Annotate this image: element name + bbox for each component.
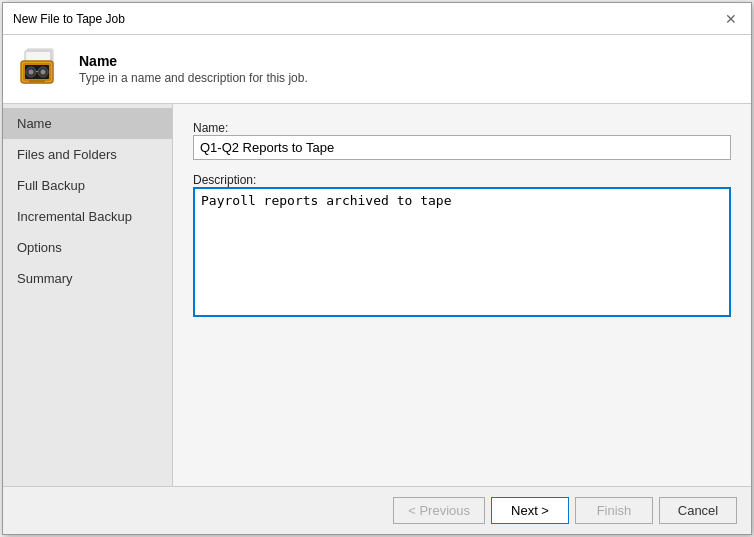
svg-point-8 bbox=[41, 70, 46, 75]
header-title: Name bbox=[79, 53, 308, 69]
dialog-title: New File to Tape Job bbox=[13, 12, 125, 26]
main-content: Name: Description: Payroll reports archi… bbox=[173, 104, 751, 486]
svg-rect-9 bbox=[29, 80, 45, 82]
sidebar-item-full-backup[interactable]: Full Backup bbox=[3, 170, 172, 201]
previous-button[interactable]: < Previous bbox=[393, 497, 485, 524]
description-textarea[interactable]: Payroll reports archived to tape bbox=[193, 187, 731, 317]
close-button[interactable]: ✕ bbox=[721, 9, 741, 29]
next-button[interactable]: Next > bbox=[491, 497, 569, 524]
sidebar-item-incremental-backup[interactable]: Incremental Backup bbox=[3, 201, 172, 232]
header-text: Name Type in a name and description for … bbox=[79, 53, 308, 85]
cancel-button[interactable]: Cancel bbox=[659, 497, 737, 524]
name-label: Name: bbox=[193, 121, 228, 135]
dialog: New File to Tape Job ✕ Name Type bbox=[2, 2, 752, 535]
footer-section: < Previous Next > Finish Cancel bbox=[3, 486, 751, 534]
header-subtitle: Type in a name and description for this … bbox=[79, 71, 308, 85]
title-bar: New File to Tape Job ✕ bbox=[3, 3, 751, 35]
sidebar-item-name[interactable]: Name bbox=[3, 108, 172, 139]
description-label: Description: bbox=[193, 173, 256, 187]
finish-button[interactable]: Finish bbox=[575, 497, 653, 524]
svg-point-6 bbox=[29, 70, 34, 75]
sidebar: Name Files and Folders Full Backup Incre… bbox=[3, 104, 173, 486]
header-section: Name Type in a name and description for … bbox=[3, 35, 751, 104]
body-section: Name Files and Folders Full Backup Incre… bbox=[3, 104, 751, 486]
sidebar-item-options[interactable]: Options bbox=[3, 232, 172, 263]
sidebar-item-files-and-folders[interactable]: Files and Folders bbox=[3, 139, 172, 170]
tape-icon bbox=[17, 45, 65, 93]
name-input[interactable] bbox=[193, 135, 731, 160]
sidebar-item-summary[interactable]: Summary bbox=[3, 263, 172, 294]
